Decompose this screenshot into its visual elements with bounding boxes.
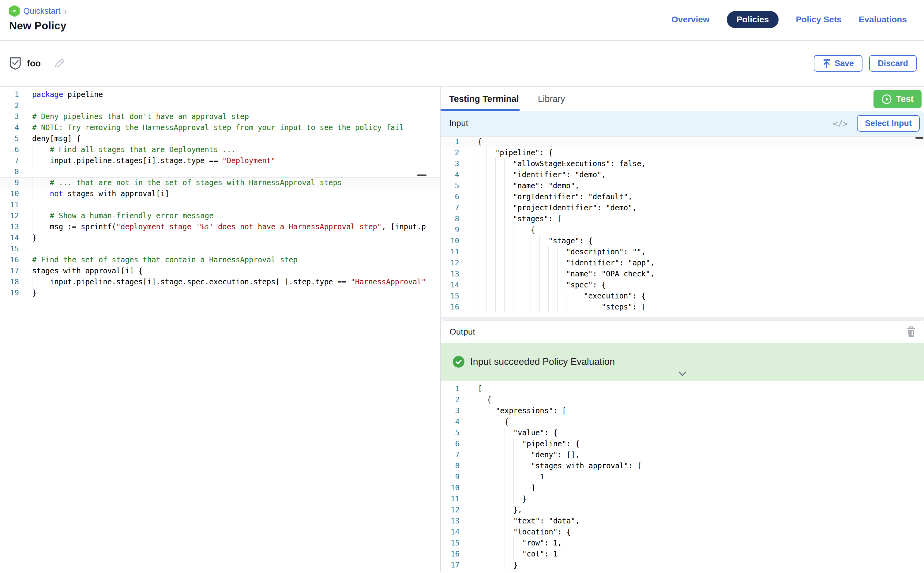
code-line[interactable]: 1[ [441, 383, 924, 394]
code-line[interactable]: 6 "orgIdentifier": "default", [440, 191, 924, 202]
code-line[interactable]: 7 input.pipeline.stages[i].stage.type ==… [0, 155, 440, 166]
code-line[interactable]: 2 [0, 100, 440, 111]
code-line[interactable]: 4 { [441, 416, 924, 427]
code-line[interactable]: 13 "text": "data", [441, 515, 924, 526]
code-line[interactable]: 17stages_with_approval[i] { [0, 265, 440, 276]
code-text: "identifier": "demo", [478, 169, 924, 180]
code-line[interactable]: 3 "allowStageExecutions": false, [440, 158, 924, 169]
code-text: "deny": [], [478, 449, 924, 460]
line-number: 11 [0, 199, 32, 210]
code-line[interactable]: 4 "identifier": "demo", [440, 169, 924, 180]
code-line[interactable]: 14} [0, 232, 440, 243]
code-line[interactable]: 10 not stages_with_approval[i] [0, 188, 440, 199]
policy-code-editor[interactable]: 1package pipeline23# Deny pipelines that… [0, 87, 440, 572]
code-text: # Find the set of stages that contain a … [32, 254, 440, 265]
code-line[interactable]: 7 "projectIdentifier": "demo", [440, 202, 924, 213]
select-input-button[interactable]: Select Input [857, 115, 920, 132]
line-number: 4 [440, 169, 478, 180]
code-line[interactable]: 1package pipeline [0, 89, 440, 100]
code-line[interactable]: 11 [0, 199, 440, 210]
output-section-header: Output [441, 321, 924, 343]
line-number: 4 [441, 416, 478, 427]
code-line[interactable]: 7 "deny": [], [441, 449, 924, 460]
code-line[interactable]: 2 { [441, 394, 924, 405]
code-line[interactable]: 12 # Show a human-friendly error message [0, 210, 440, 221]
test-button[interactable]: Test [874, 90, 922, 108]
tab-testing-terminal[interactable]: Testing Terminal [449, 94, 519, 104]
code-line[interactable]: 16# Find the set of stages that contain … [0, 254, 440, 265]
line-number: 14 [441, 526, 478, 537]
code-line[interactable]: 10 ] [441, 482, 924, 493]
evaluation-result-banner: Input succeeded Policy Evaluation [441, 343, 924, 381]
code-text: } [32, 287, 440, 299]
code-text [32, 100, 440, 111]
breadcrumb-project-link[interactable]: Quickstart [23, 6, 61, 16]
code-line[interactable]: 4# NOTE: Try removing the HarnessApprova… [0, 122, 440, 133]
code-line[interactable]: 13 "name": "OPA check", [440, 268, 924, 279]
line-number: 19 [0, 287, 32, 299]
code-token: pipeline [63, 90, 103, 99]
code-line[interactable]: 3 "expressions": [ [441, 405, 924, 416]
code-token: stages_with_approval[i] { [32, 267, 143, 275]
code-line[interactable]: 15 "execution": { [440, 290, 924, 302]
code-text: "spec": { [478, 279, 924, 290]
code-line[interactable]: 5deny[msg] { [0, 133, 440, 144]
code-text: } [478, 559, 924, 571]
code-line[interactable]: 13 msg := sprintf("deployment stage '%s'… [0, 221, 440, 232]
code-line[interactable]: 19} [0, 287, 440, 299]
tab-overview[interactable]: Overview [672, 15, 710, 25]
code-line[interactable]: 18 } [441, 571, 924, 572]
code-line[interactable]: 15 "row": 1, [441, 537, 924, 548]
code-line[interactable]: 15 [0, 243, 440, 254]
discard-button[interactable]: Discard [869, 55, 917, 72]
edit-pencil-icon[interactable] [53, 58, 64, 69]
tab-policy-sets[interactable]: Policy Sets [796, 15, 841, 25]
output-json-editor[interactable]: 1[2 {3 "expressions": [4 {5 "value": {6 … [441, 381, 924, 572]
code-line[interactable]: 17 } [441, 559, 924, 571]
save-button[interactable]: Save [814, 55, 863, 72]
tab-library[interactable]: Library [538, 94, 565, 104]
code-token: "col": 1 [478, 550, 558, 558]
tab-policies[interactable]: Policies [727, 11, 779, 28]
code-line[interactable]: 8 "stages_with_approval": [ [441, 460, 924, 471]
code-line[interactable]: 8 [0, 166, 440, 177]
line-number: 7 [441, 449, 478, 460]
tab-evaluations[interactable]: Evaluations [859, 15, 907, 25]
trash-icon[interactable] [906, 326, 916, 338]
code-line[interactable]: 11 } [441, 493, 924, 504]
code-token: "name": "OPA check", [478, 270, 655, 278]
code-line[interactable]: 16 "col": 1 [441, 548, 924, 559]
code-line[interactable]: 3# Deny pipelines that don't have an app… [0, 111, 440, 122]
code-token: } [478, 561, 518, 569]
code-line[interactable]: 16 "steps": [ [440, 302, 924, 313]
code-line[interactable]: 9 1 [441, 471, 924, 482]
code-line[interactable]: 14 "location": { [441, 526, 924, 537]
code-line[interactable]: 5 "name": "demo", [440, 180, 924, 191]
line-number: 15 [440, 290, 478, 302]
code-line[interactable]: 9 { [440, 224, 924, 235]
code-line[interactable]: 18 input.pipeline.stages[i].stage.spec.e… [0, 276, 440, 287]
code-line[interactable]: 1{ [440, 136, 924, 147]
code-line[interactable]: 2 "pipeline": { [440, 147, 924, 158]
input-json-editor[interactable]: 1{2 "pipeline": {3 "allowStageExecutions… [440, 136, 924, 317]
chevron-down-icon[interactable] [677, 370, 688, 378]
code-line[interactable]: 6 "pipeline": { [441, 438, 924, 449]
code-line[interactable]: 14 "spec": { [440, 279, 924, 290]
code-line[interactable]: 9 # ... that are not in the set of stage… [0, 177, 440, 188]
code-line[interactable]: 5 "value": { [441, 427, 924, 438]
code-line[interactable]: 10 "stage": { [440, 235, 924, 246]
code-token: "stages": [ [478, 214, 562, 223]
code-line[interactable]: 12 }, [441, 504, 924, 515]
code-text: "execution": { [478, 290, 924, 302]
code-braces-icon[interactable]: </> [833, 119, 848, 128]
code-text: "name": "OPA check", [478, 268, 924, 279]
code-line[interactable]: 12 "identifier": "app", [440, 257, 924, 268]
code-line[interactable]: 6 # Find all stages that are Deployments… [0, 144, 440, 155]
code-line[interactable]: 11 "description": "", [440, 246, 924, 257]
line-number: 2 [441, 394, 478, 405]
testing-panel-tabs: Testing Terminal Library Test [440, 87, 924, 111]
code-text: stages_with_approval[i] { [32, 265, 440, 276]
code-text: "stage": { [478, 235, 924, 246]
policy-name: foo [27, 58, 41, 69]
code-line[interactable]: 8 "stages": [ [440, 213, 924, 224]
